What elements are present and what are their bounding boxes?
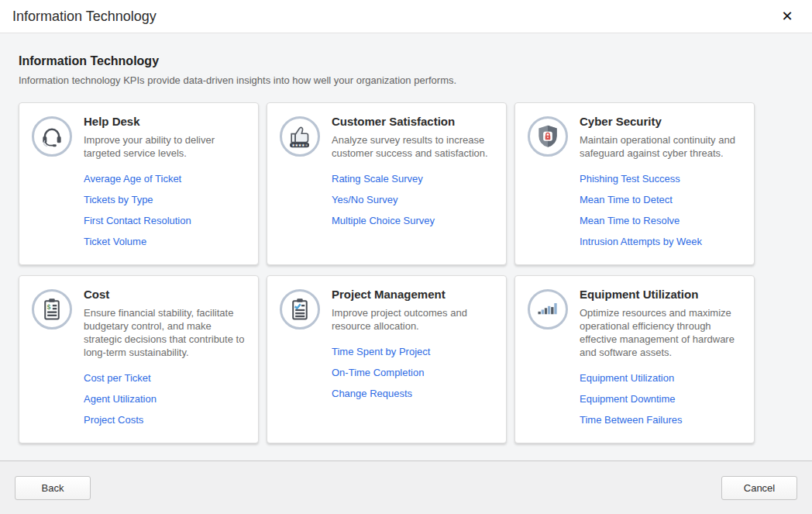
kpi-link-list: Equipment Utilization Equipment Downtime…: [580, 371, 743, 426]
kpi-link-ticket-volume[interactable]: Ticket Volume: [84, 236, 146, 247]
close-icon[interactable]: ✕: [776, 5, 798, 27]
kpi-link-tickets-by-type[interactable]: Tickets by Type: [84, 194, 153, 205]
dialog-title: Information Technology: [12, 9, 776, 25]
card-title: Cyber Security: [580, 115, 743, 128]
kpi-link-list: Phishing Test Success Mean Time to Detec…: [580, 171, 743, 248]
kpi-link-mean-time-to-detect[interactable]: Mean Time to Detect: [580, 194, 673, 205]
kpi-link-on-time-completion[interactable]: On-Time Completion: [332, 367, 424, 378]
page-title: Information Technology: [19, 54, 793, 68]
back-button[interactable]: Back: [15, 476, 91, 500]
card-description: Maintain operational continuity and safe…: [580, 133, 743, 160]
thumbs-up-rating-icon: ★★★★ ★: [280, 116, 320, 157]
kpi-link-time-between-failures[interactable]: Time Between Failures: [580, 414, 682, 426]
kpi-link-first-contact-resolution[interactable]: First Contact Resolution: [84, 215, 191, 226]
card-cost: $ Cost Ensure financial stability, facil…: [19, 275, 259, 443]
card-title: Customer Satisfaction: [332, 115, 495, 128]
card-title: Help Desk: [84, 115, 247, 128]
card-title: Cost: [84, 288, 247, 301]
dialog-footer: Back Cancel: [0, 461, 812, 514]
card-equipment-utilization: Equipment Utilization Optimize resources…: [514, 275, 755, 443]
card-help-desk: Help Desk Improve your ability to delive…: [19, 102, 259, 265]
headset-icon: [32, 116, 72, 157]
card-description: Improve project outcomes and resource al…: [332, 306, 495, 333]
bar-chart-icon: [528, 289, 568, 329]
kpi-cards-grid: Help Desk Improve your ability to delive…: [19, 102, 793, 443]
kpi-link-list: Cost per Ticket Agent Utilization Projec…: [84, 371, 247, 426]
kpi-link-list: Time Spent by Project On-Time Completion…: [332, 344, 495, 400]
svg-text:★★★★: ★★★★: [291, 143, 305, 147]
card-customer-satisfaction: ★★★★ ★ Customer Satisfaction Analyze sur…: [267, 102, 507, 265]
card-description: Ensure financial stability, facilitate b…: [84, 306, 247, 359]
kpi-link-equipment-utilization[interactable]: Equipment Utilization: [580, 372, 674, 384]
dialog-header: Information Technology ✕: [0, 0, 812, 33]
dialog-body: Information Technology Information techn…: [0, 34, 812, 461]
svg-text:★: ★: [304, 143, 308, 147]
kpi-link-list: Rating Scale Survey Yes/No Survey Multip…: [332, 171, 495, 227]
kpi-link-yes-no-survey[interactable]: Yes/No Survey: [332, 194, 398, 205]
kpi-link-list: Average Age of Ticket Tickets by Type Fi…: [84, 171, 247, 248]
kpi-link-multiple-choice-survey[interactable]: Multiple Choice Survey: [332, 215, 435, 226]
kpi-link-intrusion-attempts-by-week[interactable]: Intrusion Attempts by Week: [580, 236, 702, 247]
cancel-button[interactable]: Cancel: [721, 476, 797, 500]
card-title: Project Management: [332, 288, 495, 301]
kpi-link-change-requests[interactable]: Change Requests: [332, 388, 412, 399]
card-description: Analyze survey results to increase custo…: [332, 133, 495, 160]
check-clipboard-icon: [280, 289, 320, 329]
card-cyber-security: Cyber Security Maintain operational cont…: [514, 102, 755, 265]
kpi-link-project-costs[interactable]: Project Costs: [84, 414, 143, 426]
card-description: Optimize resources and maximize operatio…: [580, 306, 743, 359]
shield-lock-icon: [528, 116, 568, 157]
kpi-link-average-age-of-ticket[interactable]: Average Age of Ticket: [84, 173, 181, 185]
kpi-link-mean-time-to-resolve[interactable]: Mean Time to Resolve: [580, 215, 680, 226]
kpi-link-rating-scale-survey[interactable]: Rating Scale Survey: [332, 173, 423, 185]
card-project-management: Project Management Improve project outco…: [267, 275, 507, 443]
kpi-link-phishing-test-success[interactable]: Phishing Test Success: [580, 173, 680, 185]
dollar-clipboard-icon: $: [32, 289, 72, 329]
kpi-link-equipment-downtime[interactable]: Equipment Downtime: [580, 393, 676, 405]
card-description: Improve your ability to deliver targeted…: [84, 133, 247, 160]
svg-text:$: $: [47, 303, 51, 311]
kpi-link-time-spent-by-project[interactable]: Time Spent by Project: [332, 346, 430, 357]
kpi-link-agent-utilization[interactable]: Agent Utilization: [84, 393, 157, 405]
kpi-link-cost-per-ticket[interactable]: Cost per Ticket: [84, 372, 151, 384]
page-subtitle: Information technology KPIs provide data…: [19, 74, 793, 86]
card-title: Equipment Utilization: [580, 288, 743, 301]
